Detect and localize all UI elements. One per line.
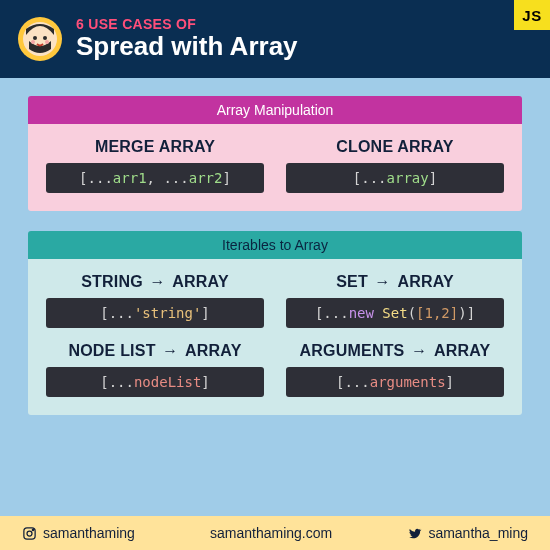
- twitter-icon: [407, 526, 422, 541]
- panel-body: STRING → ARRAY [...'string'] SET → ARRAY…: [28, 259, 522, 415]
- card-arguments-to-array: ARGUMENTS → ARRAY [...arguments]: [286, 342, 504, 397]
- twitter-handle: samantha_ming: [407, 525, 528, 541]
- panel-heading: Array Manipulation: [28, 96, 522, 124]
- panel-array-manipulation: Array Manipulation MERGE ARRAY [...arr1,…: [28, 96, 522, 211]
- instagram-icon: [22, 526, 37, 541]
- card-title: NODE LIST → ARRAY: [46, 342, 264, 360]
- card-clone-array: CLONE ARRAY [...array]: [286, 138, 504, 193]
- card-title: ARGUMENTS → ARRAY: [286, 342, 504, 360]
- panel-body: MERGE ARRAY [...arr1, ...arr2] CLONE ARR…: [28, 124, 522, 211]
- twitter-text: samantha_ming: [428, 525, 528, 541]
- footer: samanthaming samanthaming.com samantha_m…: [0, 516, 550, 550]
- title-block: 6 USE CASES OF Spread with Array: [76, 17, 298, 61]
- card-row: MERGE ARRAY [...arr1, ...arr2] CLONE ARR…: [46, 138, 504, 193]
- panel-iterables-to-array: Iterables to Array STRING → ARRAY [...'s…: [28, 231, 522, 415]
- card-nodelist-to-array: NODE LIST → ARRAY [...nodeList]: [46, 342, 264, 397]
- code-snippet: [...arr1, ...arr2]: [46, 163, 264, 193]
- site-url: samanthaming.com: [210, 525, 332, 541]
- instagram-text: samanthaming: [43, 525, 135, 541]
- card-set-to-array: SET → ARRAY [...new Set([1,2])]: [286, 273, 504, 328]
- svg-point-6: [27, 531, 32, 536]
- code-snippet: [...nodeList]: [46, 367, 264, 397]
- card-merge-array: MERGE ARRAY [...arr1, ...arr2]: [46, 138, 264, 193]
- card-title: SET → ARRAY: [286, 273, 504, 291]
- arrow-icon: →: [145, 273, 171, 290]
- card-title: CLONE ARRAY: [286, 138, 504, 156]
- code-snippet: [...'string']: [46, 298, 264, 328]
- header: 6 USE CASES OF Spread with Array JS: [0, 0, 550, 78]
- panel-heading: Iterables to Array: [28, 231, 522, 259]
- card-title: STRING → ARRAY: [46, 273, 264, 291]
- card-row: NODE LIST → ARRAY [...nodeList] ARGUMENT…: [46, 342, 504, 397]
- code-snippet: [...new Set([1,2])]: [286, 298, 504, 328]
- card-string-to-array: STRING → ARRAY [...'string']: [46, 273, 264, 328]
- avatar: [18, 17, 62, 61]
- svg-point-7: [32, 529, 33, 530]
- svg-point-3: [31, 40, 35, 44]
- card-title: MERGE ARRAY: [46, 138, 264, 156]
- arrow-icon: →: [370, 273, 396, 290]
- js-badge: JS: [514, 0, 550, 30]
- code-snippet: [...array]: [286, 163, 504, 193]
- instagram-handle: samanthaming: [22, 525, 135, 541]
- page-title: Spread with Array: [76, 32, 298, 61]
- page-subtitle: 6 USE CASES OF: [76, 17, 298, 32]
- arrow-icon: →: [158, 342, 184, 359]
- svg-point-4: [45, 40, 49, 44]
- svg-point-1: [33, 36, 37, 40]
- content: Array Manipulation MERGE ARRAY [...arr1,…: [0, 78, 550, 415]
- svg-point-2: [43, 36, 47, 40]
- arrow-icon: →: [407, 342, 433, 359]
- card-row: STRING → ARRAY [...'string'] SET → ARRAY…: [46, 273, 504, 328]
- code-snippet: [...arguments]: [286, 367, 504, 397]
